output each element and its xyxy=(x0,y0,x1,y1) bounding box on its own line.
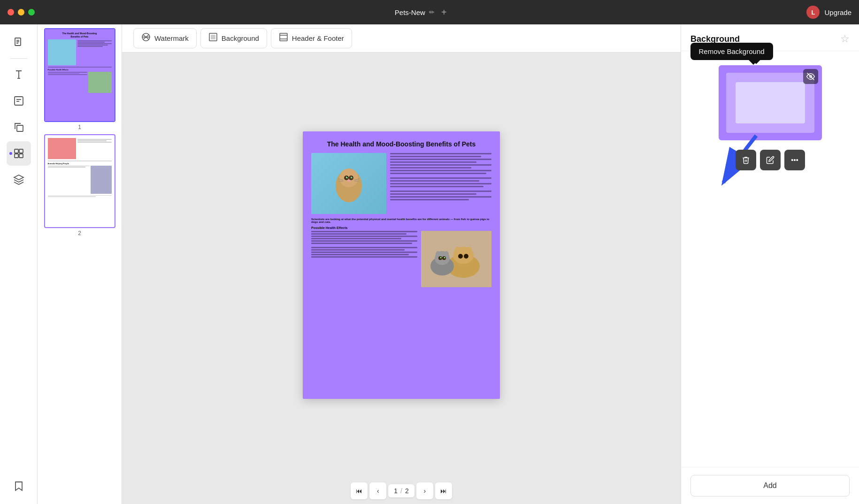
header-footer-tab[interactable]: Header & Footer xyxy=(271,28,352,48)
add-button[interactable]: Add xyxy=(690,475,850,496)
main-container: The Health and Mood-BoostingBenefits of … xyxy=(0,24,859,504)
maximize-button[interactable] xyxy=(28,9,35,15)
background-tab[interactable]: Background xyxy=(200,28,267,48)
svg-rect-10 xyxy=(19,149,23,153)
edit-title-icon[interactable]: ✏ xyxy=(429,8,435,16)
user-avatar: L xyxy=(806,6,820,19)
page-slash: / xyxy=(400,487,402,495)
doc-top-section xyxy=(311,153,491,214)
remove-background-tooltip: Remove Background xyxy=(690,43,773,60)
svg-rect-12 xyxy=(19,154,23,158)
pagination-bar: ⏮ ‹ 1 / 2 › ⏭ xyxy=(122,478,681,504)
doc-bottom-section xyxy=(311,231,491,287)
svg-rect-8 xyxy=(17,125,23,131)
title-bar-right: L Upgrade xyxy=(806,6,851,19)
add-tab-button[interactable]: + xyxy=(441,7,447,18)
title-bar: Pets-New ✏ + L Upgrade xyxy=(0,0,859,24)
svg-point-57 xyxy=(797,160,798,160)
doc-title: Pets-New xyxy=(395,8,425,16)
svg-rect-11 xyxy=(15,154,18,158)
doc-left-col xyxy=(311,231,417,287)
last-page-button[interactable]: ⏭ xyxy=(435,482,452,499)
svg-rect-5 xyxy=(15,97,23,105)
tooltip-text: Remove Background xyxy=(699,47,765,55)
page-thumb-2[interactable]: Animals Helping People 2 xyxy=(41,134,118,237)
svg-point-50 xyxy=(440,257,442,259)
svg-point-32 xyxy=(347,180,351,182)
sidebar-item-pages[interactable] xyxy=(7,30,31,54)
doc-canvas: The Health and Mood-Boosting Benefits of… xyxy=(122,53,681,478)
svg-rect-9 xyxy=(15,149,18,153)
right-panel: Background ☆ Remove Background xyxy=(681,24,859,504)
page-thumb-img-2: Animals Helping People xyxy=(44,134,115,228)
current-page: 1 xyxy=(394,487,398,495)
right-panel-footer: Add xyxy=(681,467,859,504)
more-options-button[interactable] xyxy=(784,150,805,170)
action-buttons xyxy=(736,150,805,170)
sidebar-item-design[interactable] xyxy=(7,141,31,166)
next-page-button[interactable]: › xyxy=(416,482,433,499)
favorite-button[interactable]: ☆ xyxy=(840,33,850,45)
pages-panel: The Health and Mood-BoostingBenefits of … xyxy=(38,24,122,504)
sidebar-item-notes[interactable] xyxy=(7,89,31,113)
page-num-1: 1 xyxy=(78,124,81,130)
close-button[interactable] xyxy=(8,9,14,15)
svg-rect-18 xyxy=(211,35,215,39)
sidebar-item-copy[interactable] xyxy=(7,115,31,139)
background-tab-label: Background xyxy=(222,34,259,42)
total-pages: 2 xyxy=(405,487,409,495)
bg-preview-box: Remove Background xyxy=(719,65,822,140)
svg-point-56 xyxy=(794,160,795,160)
page-thumb-1[interactable]: The Health and Mood-BoostingBenefits of … xyxy=(41,28,118,130)
doc-dogs-image xyxy=(421,231,491,287)
watermark-tab-label: Watermark xyxy=(154,34,189,42)
svg-point-30 xyxy=(347,176,348,177)
active-indicator xyxy=(9,152,12,155)
traffic-lights xyxy=(8,9,35,15)
hide-background-button[interactable] xyxy=(803,69,818,84)
doc-page-title: The Health and Mood-Boosting Benefits of… xyxy=(311,140,491,148)
svg-point-31 xyxy=(352,176,353,177)
canvas-area: Watermark Background xyxy=(122,24,681,504)
svg-point-55 xyxy=(791,160,792,160)
svg-point-43 xyxy=(464,254,468,259)
edit-background-button[interactable] xyxy=(760,150,781,170)
sidebar-item-text[interactable] xyxy=(7,62,31,87)
first-page-button[interactable]: ⏮ xyxy=(351,482,368,499)
page-thumb-img-1: The Health and Mood-BoostingBenefits of … xyxy=(44,28,115,122)
svg-point-51 xyxy=(444,257,445,259)
doc-text-column xyxy=(390,153,491,214)
top-toolbar: Watermark Background xyxy=(122,24,681,53)
doc-page-inner: The Health and Mood-Boosting Benefits of… xyxy=(303,131,500,399)
svg-point-42 xyxy=(458,254,463,259)
doc-section-title: Possible Health Effects xyxy=(311,226,491,229)
sidebar-icons xyxy=(0,24,38,504)
sidebar-item-layers[interactable] xyxy=(7,168,31,192)
background-icon xyxy=(208,32,218,44)
prev-page-button[interactable]: ‹ xyxy=(369,482,386,499)
page-num-2: 2 xyxy=(78,230,81,237)
bg-preview-area: Remove Background xyxy=(681,51,859,268)
sidebar-item-bookmark[interactable] xyxy=(7,474,31,498)
header-footer-icon xyxy=(279,32,288,44)
doc-cat-image xyxy=(311,153,386,214)
doc-separator-text: Scientists are looking at what the poten… xyxy=(311,218,491,223)
doc-page: The Health and Mood-Boosting Benefits of… xyxy=(303,131,500,399)
upgrade-button[interactable]: Upgrade xyxy=(824,8,851,16)
watermark-icon xyxy=(141,32,151,44)
watermark-tab[interactable]: Watermark xyxy=(133,28,197,48)
title-bar-center: Pets-New ✏ + xyxy=(40,7,801,18)
svg-rect-19 xyxy=(280,33,287,41)
minimize-button[interactable] xyxy=(18,9,24,15)
header-footer-tab-label: Header & Footer xyxy=(292,34,344,42)
page-counter: 1 / 2 xyxy=(388,484,414,497)
sidebar-divider-1 xyxy=(10,58,27,59)
delete-background-button[interactable] xyxy=(736,150,756,170)
